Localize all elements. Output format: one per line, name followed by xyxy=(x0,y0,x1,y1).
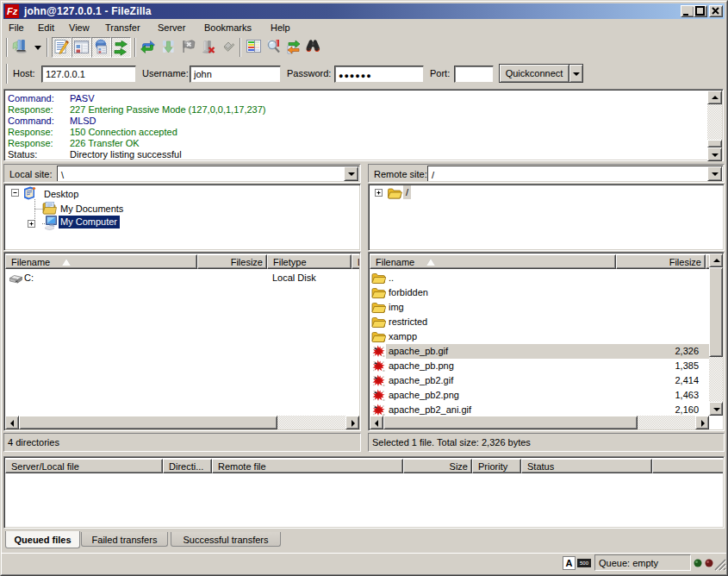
svg-text:Fz: Fz xyxy=(7,6,18,16)
